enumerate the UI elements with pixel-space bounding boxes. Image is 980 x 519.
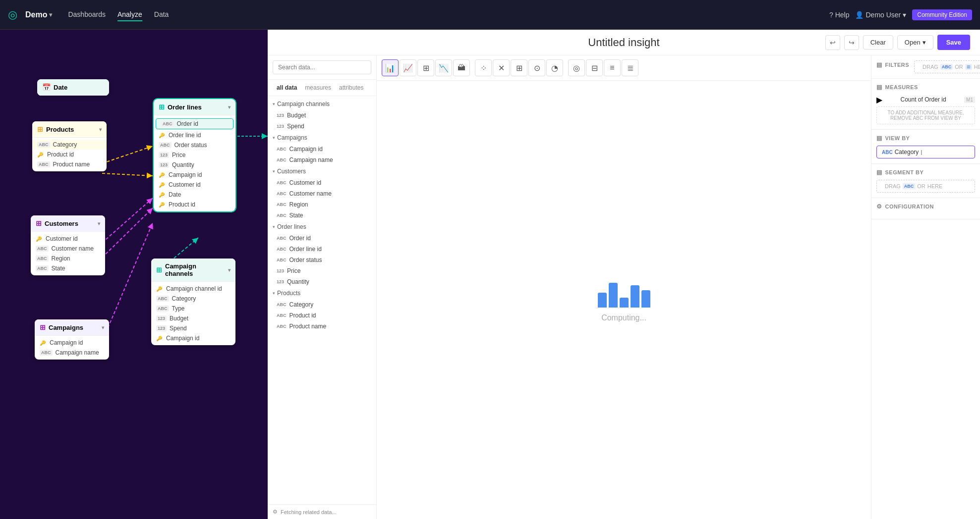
viewby-header: ▤ VIEW BY xyxy=(876,135,975,142)
viewby-section: ▤ VIEW BY ABC Category | xyxy=(871,130,980,164)
pivot-chart-btn[interactable]: ⊟ xyxy=(586,59,603,76)
orderlines-chevron-icon[interactable]: ▾ xyxy=(228,104,231,110)
tab-all-data[interactable]: all data xyxy=(273,83,301,93)
bubble-chart-btn[interactable]: ⊙ xyxy=(528,59,545,76)
viz-area: 📊 📈 ⊞ 📉 🏔 ⁘ ✕ ⊞ ⊙ ◔ ◎ xyxy=(377,55,871,519)
segmentby-section-icon: ▤ xyxy=(876,169,882,176)
group-orderlines[interactable]: ▾ Order lines xyxy=(268,221,376,233)
group-campaign-channels[interactable]: ▾ Campaign channels xyxy=(268,98,376,110)
list-item[interactable]: ABCOrder status xyxy=(268,255,376,265)
campaignchannels-card-header[interactable]: ⊞ Campaign channels ▾ xyxy=(151,259,235,282)
table-chart-btn[interactable]: ⊞ xyxy=(417,59,434,76)
flat-table-btn[interactable]: ≡ xyxy=(604,59,621,76)
insight-title: Untitled insight xyxy=(588,36,659,49)
open-button[interactable]: Open ▾ xyxy=(897,35,933,50)
help-button[interactable]: ? Help xyxy=(829,11,850,19)
products-chevron-icon[interactable]: ▾ xyxy=(99,127,102,132)
campaigns-card: ⊞ Campaigns ▾ 🔑 Campaign id ABC Campaign… xyxy=(35,319,109,360)
segmentby-drop-zone[interactable]: DRAG ABC OR HERE xyxy=(876,180,975,193)
bar-1 xyxy=(598,293,607,308)
save-button[interactable]: Save xyxy=(937,35,970,50)
measure-expand[interactable]: ▶ xyxy=(876,95,882,104)
clear-button[interactable]: Clear xyxy=(863,35,893,50)
list-item[interactable]: ABCRegion xyxy=(268,199,376,210)
nav-analyze[interactable]: Analyze xyxy=(117,8,142,21)
tab-attributes[interactable]: attributes xyxy=(335,83,367,93)
app-logo[interactable]: ◎ xyxy=(8,8,17,21)
orderlines-field-orderid: ABC Order id xyxy=(156,118,233,129)
date-card-header[interactable]: 📅 Date xyxy=(37,79,109,96)
list-item[interactable]: ABCCampaign name xyxy=(268,155,376,165)
campaignchannels-card-title: Campaign channels xyxy=(165,262,225,277)
list-item[interactable]: ABCCustomer name xyxy=(268,188,376,199)
list-item[interactable]: 123Spend xyxy=(268,121,376,132)
segmentby-header: ▤ SEGMENT BY xyxy=(876,169,975,176)
user-menu[interactable]: 👤 Demo User ▾ xyxy=(855,11,906,19)
products-card-header[interactable]: ⊞ Products ▾ xyxy=(32,121,107,138)
customers-field-name: ABC Customer name xyxy=(31,244,105,254)
svg-line-3 xyxy=(102,208,153,258)
campaignchannels-card-body: 🔑 Campaign channel id ABC Category ABC T… xyxy=(151,282,235,345)
products-field-category: ABC Category xyxy=(32,140,107,150)
data-sidebar: all data measures attributes ▾ Campaign … xyxy=(268,55,377,519)
configuration-header[interactable]: ⚙ CONFIGURATION xyxy=(876,203,975,210)
scatter-chart-btn[interactable]: ⁘ xyxy=(475,59,492,76)
orderlines-card-header[interactable]: ⊞ Order lines ▾ xyxy=(154,99,235,115)
list-item[interactable]: ABCState xyxy=(268,210,376,221)
list-item[interactable]: 123Quantity xyxy=(268,276,376,287)
list-item[interactable]: ABCCustomer id xyxy=(268,177,376,188)
measures-section: ▤ MEASURES ▶ Count of Order id M1 TO ADD… xyxy=(871,79,980,130)
app-name[interactable]: Demo ▾ xyxy=(25,10,52,19)
cc-field-campaignid: 🔑 Campaign id xyxy=(151,333,235,343)
pie-chart-btn[interactable]: ◔ xyxy=(546,59,563,76)
key-icon4: 🔑 xyxy=(159,133,166,138)
gauge-chart-btn[interactable]: ◎ xyxy=(568,59,585,76)
search-input[interactable] xyxy=(273,60,371,74)
column-chart-btn[interactable]: 📈 xyxy=(400,59,416,76)
cross-chart-btn[interactable]: ✕ xyxy=(493,59,510,76)
bar-chart-btn[interactable]: 📊 xyxy=(382,59,399,76)
redo-button[interactable]: ↪ xyxy=(844,35,859,50)
list-item[interactable]: ABCOrder id xyxy=(268,233,376,244)
list-item[interactable]: ABCProduct name xyxy=(268,321,376,332)
key-icon9: 🔑 xyxy=(156,286,163,292)
waterfall-btn[interactable]: ≣ xyxy=(622,59,638,76)
orderlines-field-lineid: 🔑 Order line id xyxy=(154,130,235,140)
customers-card-header[interactable]: ⊞ Customers ▾ xyxy=(31,215,105,232)
topnav: ◎ Demo ▾ Dashboards Analyze Data ? Help … xyxy=(0,0,980,30)
list-item[interactable]: ABCProduct id xyxy=(268,310,376,321)
campaigns-card-header[interactable]: ⊞ Campaigns ▾ xyxy=(35,319,109,336)
filters-drop-zone[interactable]: DRAG ABC OR ⊞ HERE xyxy=(914,60,980,73)
nav-data[interactable]: Data xyxy=(154,8,169,21)
area-chart-btn[interactable]: 🏔 xyxy=(453,59,470,76)
list-item[interactable]: 123Budget xyxy=(268,110,376,121)
customers-chevron-icon[interactable]: ▾ xyxy=(98,221,100,226)
toolbar-right: ↩ ↪ Clear Open ▾ Save xyxy=(825,35,970,50)
list-item[interactable]: ABCCampaign id xyxy=(268,144,376,155)
date-card-title: Date xyxy=(54,84,67,91)
group-campaigns[interactable]: ▾ Campaigns xyxy=(268,132,376,144)
group-products[interactable]: ▾ Products xyxy=(268,287,376,299)
svg-line-1 xyxy=(102,173,153,176)
undo-button[interactable]: ↩ xyxy=(825,35,840,50)
svg-line-4 xyxy=(104,223,153,337)
list-item[interactable]: 123Price xyxy=(268,265,376,276)
campaigns-chevron-icon[interactable]: ▾ xyxy=(102,325,104,330)
segmentby-section: ▤ SEGMENT BY DRAG ABC OR HERE xyxy=(871,164,980,198)
tab-measures[interactable]: measures xyxy=(301,83,335,93)
line-chart-btn[interactable]: 📉 xyxy=(435,59,452,76)
campaigns-table-icon: ⊞ xyxy=(40,323,46,331)
products-table-icon: ⊞ xyxy=(37,125,43,133)
filter-section-icon: ▤ xyxy=(876,61,882,68)
group-customers[interactable]: ▾ Customers xyxy=(268,165,376,177)
list-item[interactable]: ABCOrder line id xyxy=(268,244,376,255)
viewby-chip[interactable]: ABC Category | xyxy=(876,146,975,158)
nav-dashboards[interactable]: Dashboards xyxy=(68,8,106,21)
viz-main: Computing... xyxy=(377,81,871,519)
campaignchannels-chevron-icon[interactable]: ▾ xyxy=(228,267,231,273)
viz-toolbar: 📊 📈 ⊞ 📉 🏔 ⁘ ✕ ⊞ ⊙ ◔ ◎ xyxy=(377,55,871,81)
computing-bars xyxy=(598,278,650,308)
heatmap-chart-btn[interactable]: ⊞ xyxy=(511,59,527,76)
list-item[interactable]: ABCCategory xyxy=(268,299,376,310)
orderlines-field-price: 123 Price xyxy=(154,150,235,160)
